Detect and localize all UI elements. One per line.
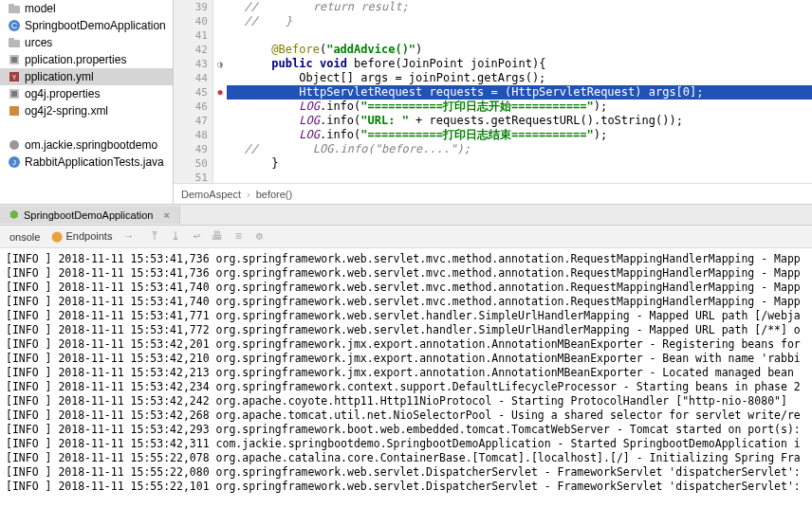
console-output[interactable]: [INFO ] 2018-11-11 15:53:41,736 org.spri… <box>0 248 812 508</box>
override-icon[interactable]: ◑ <box>217 59 223 70</box>
endpoints-tab-label[interactable]: ⬤ Endpoints <box>46 230 118 243</box>
scroll-bottom-icon[interactable]: ⤓ <box>165 227 186 246</box>
tree-item-label: SpringbootDemoApplication <box>25 19 166 32</box>
tree-item-label: pplication.yml <box>25 70 94 83</box>
marker-slot <box>213 114 227 128</box>
gutter-line[interactable]: 43 <box>174 57 208 71</box>
tree-item[interactable]: Ypplication.yml <box>0 68 173 85</box>
tree-item[interactable]: urces <box>0 34 173 51</box>
code-line[interactable]: // LOG.info("before...."); <box>227 142 812 156</box>
tree-item[interactable] <box>0 119 173 136</box>
code-line[interactable]: // } <box>227 14 812 28</box>
project-tree[interactable]: modelCSpringbootDemoApplicationurcesppli… <box>0 0 174 204</box>
code-line[interactable]: // return result; <box>227 0 812 14</box>
code-line[interactable]: HttpServletRequest requests = (HttpServl… <box>227 85 812 100</box>
marker-slot <box>213 0 227 14</box>
breadcrumb[interactable]: DemoAspect › before() <box>174 183 812 204</box>
marker-slot <box>213 171 227 183</box>
tree-item-label: model <box>25 2 56 15</box>
marker-slot <box>213 100 227 114</box>
code-line[interactable]: public void before(JoinPoint joinPoint){ <box>227 57 812 71</box>
svg-text:J: J <box>12 158 16 167</box>
svg-rect-1 <box>9 4 14 8</box>
code-line[interactable]: LOG.info("===========打印日志结束===========")… <box>227 128 812 142</box>
folder-icon <box>8 2 21 15</box>
code-editor[interactable]: 39404142434445464748495051 ◑● // return … <box>174 0 812 183</box>
gutter-line[interactable]: 50 <box>174 156 208 171</box>
code-line[interactable]: LOG.info("===========打印日志开始===========")… <box>227 100 812 114</box>
breadcrumb-method[interactable]: before() <box>256 189 293 200</box>
tree-item-label: og4j.properties <box>25 87 100 100</box>
tree-item[interactable]: om.jackie.springbootdemo <box>0 136 173 154</box>
console-tab-label[interactable]: onsole <box>4 231 46 243</box>
gutter-markers: ◑● <box>213 0 227 183</box>
run-tab-springboot[interactable]: ⬢ SpringbootDemoApplication × <box>0 206 180 224</box>
gutter-line[interactable]: 44 <box>174 71 208 85</box>
yml-icon: Y <box>8 70 21 83</box>
marker-slot: ◑ <box>213 57 227 71</box>
marker-slot <box>213 142 227 156</box>
marker-slot <box>213 71 227 85</box>
java-icon: J <box>8 155 21 169</box>
chevron-right-icon: › <box>247 189 250 200</box>
tree-item-label: om.jackie.springbootdemo <box>25 138 157 152</box>
arrow-right-icon[interactable]: → <box>118 227 138 246</box>
svg-text:C: C <box>11 21 18 30</box>
gutter[interactable]: 39404142434445464748495051 <box>174 0 213 183</box>
top-pane: modelCSpringbootDemoApplicationurcesppli… <box>0 0 812 205</box>
code-line[interactable]: } <box>227 156 812 171</box>
tree-item[interactable]: CSpringbootDemoApplication <box>0 17 173 34</box>
svg-text:Y: Y <box>12 74 17 81</box>
gutter-line[interactable]: 49 <box>174 142 208 156</box>
marker-slot: ● <box>213 85 227 100</box>
marker-slot <box>213 156 227 171</box>
settings-icon[interactable]: ⚙ <box>249 227 269 246</box>
svg-point-11 <box>9 140 19 150</box>
code-line[interactable] <box>227 171 812 183</box>
code-line[interactable]: LOG.info("URL: " + requests.getRequestUR… <box>227 114 812 128</box>
run-tab-label: SpringbootDemoApplication <box>24 209 153 221</box>
gutter-line[interactable]: 41 <box>174 28 208 43</box>
gutter-line[interactable]: 42 <box>174 43 208 57</box>
tree-item-label: pplication.properties <box>25 53 126 66</box>
breadcrumb-class[interactable]: DemoAspect <box>181 189 241 200</box>
run-tabs: ⬢ SpringbootDemoApplication × <box>0 205 812 226</box>
tree-item-label: RabbitApplicationTests.java <box>25 155 164 169</box>
pkg-icon <box>8 138 21 152</box>
run-toolbar: onsole ⬤ Endpoints → ⤒ ⤓ ↩ 🖶 ≡ ⚙ <box>0 226 812 248</box>
tree-item[interactable]: model <box>0 0 173 17</box>
marker-slot <box>213 14 227 28</box>
folder-icon <box>8 36 21 49</box>
class-icon: C <box>8 19 21 32</box>
print-icon[interactable]: 🖶 <box>207 227 228 246</box>
code-line[interactable]: Object[] args = joinPoint.getArgs(); <box>227 71 812 85</box>
tree-item[interactable]: JRabbitApplicationTests.java <box>0 154 173 171</box>
gutter-line[interactable]: 47 <box>174 114 208 128</box>
blank-icon <box>8 121 21 135</box>
scroll-top-icon[interactable]: ⤒ <box>144 227 165 246</box>
gutter-line[interactable]: 39 <box>174 0 208 14</box>
tree-item-label: og4j2-spring.xml <box>25 104 108 118</box>
close-icon[interactable]: × <box>163 209 169 221</box>
gutter-line[interactable]: 45 <box>174 85 208 100</box>
tree-item[interactable]: pplication.properties <box>0 51 173 68</box>
props-icon <box>8 87 21 100</box>
filter-icon[interactable]: ≡ <box>228 227 249 246</box>
error-icon[interactable]: ● <box>216 86 223 100</box>
tree-item[interactable]: og4j2-spring.xml <box>0 102 173 119</box>
code-line[interactable]: @Before("addAdvice()") <box>227 43 812 57</box>
tree-item-label: urces <box>25 36 52 49</box>
editor-area: 39404142434445464748495051 ◑● // return … <box>174 0 812 204</box>
spring-icon: ⬢ <box>9 209 19 221</box>
marker-slot <box>213 43 227 57</box>
code-line[interactable] <box>227 28 812 43</box>
svg-rect-10 <box>9 106 19 116</box>
endpoint-icon: ⬤ <box>51 230 63 242</box>
code-lines[interactable]: // return result; // } @Before("addAdvic… <box>227 0 812 183</box>
gutter-line[interactable]: 46 <box>174 100 208 114</box>
gutter-line[interactable]: 40 <box>174 14 208 28</box>
tree-item[interactable]: og4j.properties <box>0 85 173 102</box>
gutter-line[interactable]: 48 <box>174 128 208 142</box>
soft-wrap-icon[interactable]: ↩ <box>186 227 207 246</box>
gutter-line[interactable]: 51 <box>174 171 208 183</box>
